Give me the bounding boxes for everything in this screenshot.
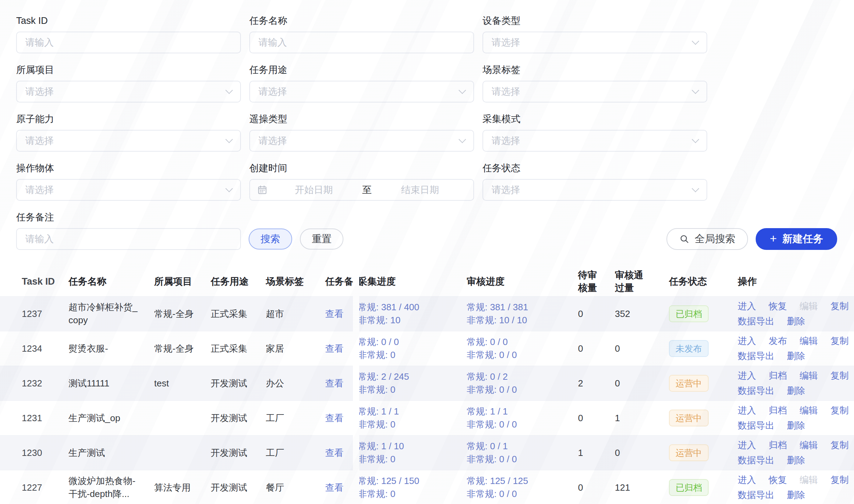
cell-scene-tag: 家居 [266, 343, 325, 355]
view-note-link[interactable]: 查看 [325, 343, 343, 354]
cell-actions: 进入归档编辑复制数据导出删除 [734, 369, 854, 397]
col-status: 任务状态 [669, 275, 734, 288]
action-link[interactable]: 恢复 [769, 300, 787, 313]
cell-scene-tag: 餐厅 [266, 482, 325, 494]
task-purpose-select[interactable]: 请选择 [249, 81, 474, 102]
action-link[interactable]: 复制 [830, 369, 849, 382]
row-actions: 进入恢复编辑复制数据导出删除 [738, 473, 854, 502]
action-link[interactable]: 删除 [787, 419, 805, 432]
status-badge: 未发布 [669, 340, 709, 357]
scene-tag-select[interactable]: 请选择 [482, 81, 707, 102]
action-link[interactable]: 数据导出 [738, 384, 774, 397]
action-link[interactable]: 进入 [738, 404, 756, 417]
action-link[interactable]: 删除 [787, 350, 805, 363]
filter-label: 设备类型 [482, 15, 707, 27]
teleop-type-select[interactable]: 请选择 [249, 130, 474, 152]
action-link[interactable]: 复制 [830, 334, 849, 347]
task-note-input[interactable] [16, 228, 241, 250]
col-task-id: Task ID [22, 276, 68, 287]
action-link[interactable]: 复制 [830, 473, 849, 486]
cell-task-note: 查看 [325, 482, 352, 494]
view-note-link[interactable]: 查看 [325, 309, 343, 319]
view-note-link[interactable]: 查看 [325, 482, 343, 493]
action-link[interactable]: 归档 [769, 369, 787, 382]
task-id-input[interactable] [16, 32, 241, 53]
action-link[interactable]: 编辑 [800, 334, 818, 347]
view-note-link[interactable]: 查看 [325, 378, 343, 389]
select-placeholder: 请选择 [25, 134, 226, 147]
action-link[interactable]: 数据导出 [738, 454, 774, 467]
cell-actions: 进入归档编辑复制数据导出删除 [734, 404, 854, 432]
view-note-link[interactable]: 查看 [325, 447, 343, 458]
chevron-down-icon [225, 135, 233, 143]
status-badge: 运营中 [669, 375, 709, 392]
progress-line: 非常规: 0 [358, 488, 467, 500]
action-link[interactable]: 编辑 [800, 439, 818, 452]
action-link[interactable]: 进入 [738, 439, 756, 452]
object-select[interactable]: 请选择 [16, 179, 241, 201]
progress-line: 常规: 125 / 150 [358, 475, 467, 488]
action-link[interactable]: 归档 [769, 404, 787, 417]
table-body: 1237超市冷鲜柜补货_copy常规-全身正式采集超市查看常规: 381 / 4… [0, 296, 854, 504]
action-link[interactable]: 编辑 [800, 404, 818, 417]
filter-label: 任务备注 [16, 211, 241, 223]
action-link[interactable]: 进入 [738, 334, 756, 347]
action-link[interactable]: 进入 [738, 473, 756, 486]
action-link[interactable]: 删除 [787, 384, 805, 397]
filter-grid: Task ID任务名称设备类型请选择所属项目请选择任务用途请选择场景标签请选择原… [0, 0, 723, 201]
progress-line: 常规: 0 / 2 [467, 370, 575, 383]
action-link[interactable]: 数据导出 [738, 315, 774, 328]
action-link[interactable]: 删除 [787, 489, 805, 502]
action-link[interactable]: 复制 [830, 439, 849, 452]
new-task-button[interactable]: + 新建任务 [756, 228, 837, 250]
cell-status: 运营中 [669, 375, 734, 392]
device-type-select[interactable]: 请选择 [482, 32, 707, 53]
filter-field-create-time: 创建时间开始日期至结束日期 [249, 162, 474, 201]
progress-line: 常规: 0 / 0 [358, 336, 467, 349]
task-name-input[interactable] [249, 32, 474, 53]
view-note-link[interactable]: 查看 [325, 413, 343, 423]
cell-collect-progress: 常规: 125 / 150非常规: 0 [352, 475, 467, 500]
project-select[interactable]: 请选择 [16, 81, 241, 102]
action-link[interactable]: 删除 [787, 315, 805, 328]
action-link[interactable]: 发布 [769, 334, 787, 347]
action-link[interactable]: 复制 [830, 404, 849, 417]
collect-mode-select[interactable]: 请选择 [482, 130, 707, 152]
cell-pending-count: 0 [575, 482, 612, 493]
action-link[interactable]: 删除 [787, 454, 805, 467]
action-link[interactable]: 数据导出 [738, 489, 774, 502]
progress-line: 非常规: 10 / 10 [467, 314, 575, 327]
action-link[interactable]: 归档 [769, 439, 787, 452]
action-link[interactable]: 进入 [738, 369, 756, 382]
cell-task-name: 测试11111 [68, 377, 154, 390]
cell-pending-count: 0 [575, 309, 612, 319]
action-link[interactable]: 编辑 [800, 369, 818, 382]
atomic-skill-select[interactable]: 请选择 [16, 130, 241, 152]
task-table: Task ID 任务名称 所属项目 任务用途 场景标签 任务备注 采集进度 审核… [0, 267, 854, 504]
action-link[interactable]: 数据导出 [738, 350, 774, 363]
cell-collect-progress: 常规: 1 / 10非常规: 0 [352, 440, 467, 466]
cell-scene-tag: 超市 [266, 308, 325, 320]
col-actions: 操作 [734, 275, 854, 288]
col-task-note: 任务备注 [325, 275, 352, 288]
action-link[interactable]: 恢复 [769, 473, 787, 486]
search-button[interactable]: 搜索 [249, 228, 292, 250]
task-status-select[interactable]: 请选择 [482, 179, 707, 201]
filter-label: 场景标签 [482, 64, 707, 76]
filter-label: 原子能力 [16, 113, 241, 125]
action-link[interactable]: 复制 [830, 300, 849, 313]
filter-label: Task ID [16, 15, 241, 27]
progress-line: 非常规: 0 / 0 [467, 418, 575, 431]
cell-project: 常规-全身 [154, 307, 211, 320]
cell-task-note: 查看 [325, 343, 352, 355]
create-time-daterange[interactable]: 开始日期至结束日期 [249, 179, 474, 201]
search-icon [679, 234, 690, 244]
cell-collect-progress: 常规: 381 / 400非常规: 10 [352, 301, 467, 327]
global-search-button[interactable]: 全局搜索 [666, 228, 748, 250]
table-row: 1230生产测试开发测试工厂查看常规: 1 / 10非常规: 0常规: 0 / … [0, 435, 854, 470]
action-link[interactable]: 进入 [738, 300, 756, 313]
cell-review-progress: 常规: 0 / 2非常规: 0 / 0 [467, 370, 575, 396]
reset-button[interactable]: 重置 [300, 228, 343, 250]
action-link[interactable]: 数据导出 [738, 419, 774, 432]
cell-task-note: 查看 [325, 447, 352, 459]
